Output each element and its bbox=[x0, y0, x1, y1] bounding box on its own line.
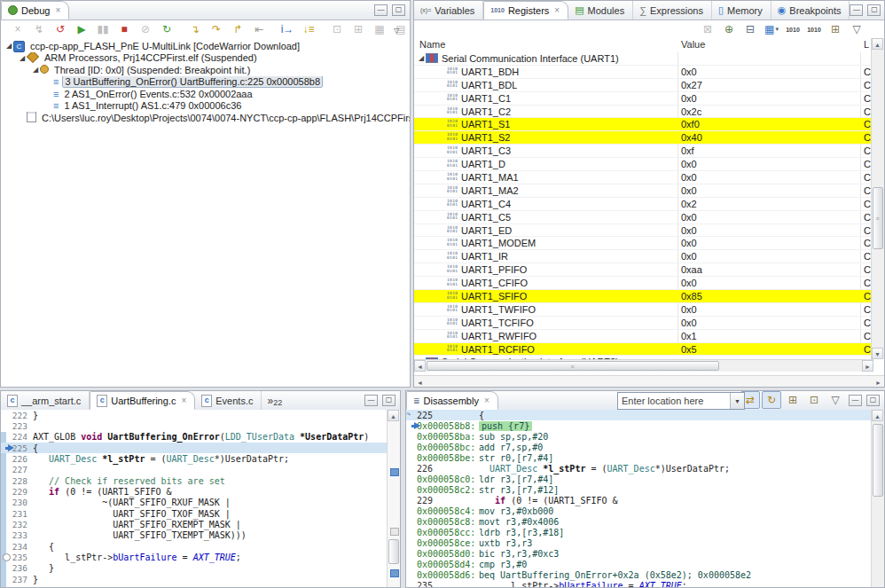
register-row[interactable]: 10100101UART1_MA20x0C bbox=[414, 184, 873, 198]
register-row[interactable]: 10100101UART1_RWFIFO0x1C bbox=[414, 330, 873, 343]
register-row[interactable]: 10100101UART1_TCFIFO0x0C bbox=[414, 317, 873, 330]
disassembly-line[interactable]: 0x000058c4:mov r3,#0xb000 bbox=[406, 506, 872, 516]
restart-button[interactable]: ↻ bbox=[157, 20, 176, 38]
code-line[interactable]: 223 bbox=[1, 420, 388, 431]
view-menu-button[interactable]: ▽ bbox=[847, 20, 866, 38]
annotation-marker[interactable] bbox=[390, 468, 399, 476]
tab-__arm_start-c[interactable]: c__arm_start.c bbox=[1, 391, 90, 410]
collapse-all-button[interactable]: ⊟ bbox=[740, 20, 760, 38]
scroll-left-arrow[interactable]: ◄ bbox=[414, 360, 426, 372]
maximize-button[interactable]: ▢ bbox=[392, 4, 405, 16]
debug-tree-row[interactable]: ◢Cccp-cp-app_FLASH_PnE U-MultiLink [Code… bbox=[1, 40, 410, 52]
column-value[interactable]: Value bbox=[681, 39, 705, 50]
line-number[interactable]: 230 bbox=[1, 498, 33, 507]
register-row[interactable]: 10100101UART1_MODEM0x0C bbox=[414, 237, 873, 250]
format-hex-button[interactable]: 1010 bbox=[804, 20, 824, 38]
debug-tree-row[interactable]: ◢ARM Processors, Prj14CCPFirst.elf (Susp… bbox=[1, 52, 410, 65]
register-row[interactable]: 10100101UART1_BDH0x0C bbox=[414, 66, 873, 79]
line-number[interactable]: 223 bbox=[1, 421, 33, 431]
register-row[interactable]: 10100101UART1_RCFIFO0x5C bbox=[414, 343, 873, 357]
reset-target-button[interactable]: ↺ bbox=[51, 20, 70, 38]
line-number[interactable]: 237 bbox=[1, 575, 33, 584]
scroll-right-arrow[interactable]: ► bbox=[862, 360, 873, 372]
tab-memory[interactable]: ▯Memory bbox=[712, 1, 771, 20]
disassembly-line[interactable]: ↷225{ bbox=[406, 410, 872, 420]
maximize-button[interactable]: ▢ bbox=[382, 395, 396, 406]
debug-tree-row[interactable]: C:\Users\luc.roy\Desktop\Projects\0074\0… bbox=[1, 112, 410, 124]
tab-modules[interactable]: ▤Modules bbox=[568, 1, 633, 20]
register-row[interactable]: 10100101UART1_PFIFO0xaaC bbox=[414, 263, 873, 277]
line-number[interactable]: 228 bbox=[1, 476, 33, 486]
scrollbar-thumb[interactable] bbox=[388, 539, 399, 564]
location-input[interactable]: Enter location here bbox=[618, 396, 730, 406]
tab-debug[interactable]: Debug × bbox=[1, 1, 69, 20]
add-register-group-button[interactable]: ⊕ bbox=[719, 20, 739, 38]
scroll-left-arrow[interactable]: ◄ bbox=[414, 376, 426, 388]
registers-horizontal-scrollbar[interactable]: ◄ ≡ ► bbox=[414, 359, 873, 372]
register-row[interactable]: 10100101UART1_S20x40C bbox=[414, 131, 873, 145]
disassembly-line[interactable]: 0x000058bc:add r7,sp,#0 bbox=[406, 442, 872, 452]
line-number[interactable]: 232 bbox=[1, 520, 33, 529]
register-row[interactable]: 10100101UART1_TWFIFO0x0C bbox=[414, 303, 873, 317]
annotation-marker[interactable] bbox=[390, 528, 399, 536]
scroll-up-arrow[interactable]: ▲ bbox=[388, 410, 399, 421]
horizontal-sash[interactable] bbox=[0, 388, 885, 390]
disassembly-line[interactable]: 229 if (0 != (UART1_SFIFO & bbox=[406, 495, 872, 506]
maximize-button[interactable]: ▢ bbox=[867, 4, 881, 16]
register-row[interactable]: 10100101UART1_SFIFO0x85C bbox=[414, 290, 873, 303]
use-step-filters-button[interactable]: ↓≡ bbox=[299, 20, 318, 38]
chevron-down-icon[interactable]: ▼ bbox=[730, 393, 744, 409]
view-outer-scrollbar[interactable]: ◄ ► bbox=[414, 375, 884, 388]
expand-toggle[interactable]: ◢ bbox=[4, 42, 13, 50]
code-line[interactable]: 232 UART_SFIFO_RXEMPT_MASK | bbox=[1, 519, 388, 529]
disassembly-line[interactable]: 0x000058c0:ldr r3,[r7,#4] bbox=[406, 474, 872, 484]
minimize-button[interactable]: — bbox=[364, 395, 378, 406]
code-line[interactable]: 226 UART_Desc *l_stPtr = (UART_Desc*)Use… bbox=[1, 453, 388, 464]
instruction-stepping-button[interactable]: i→ bbox=[278, 20, 297, 38]
layout-menu-button[interactable]: ▦▾ bbox=[762, 20, 781, 38]
vertical-sash[interactable] bbox=[411, 0, 413, 388]
editor-overview-ruler[interactable]: ▲ bbox=[387, 410, 400, 587]
tab-uartbuffering-c[interactable]: cUartBuffering.c× bbox=[90, 391, 195, 410]
close-icon[interactable]: × bbox=[55, 5, 60, 15]
tab-registers[interactable]: 1010Registers× bbox=[483, 1, 568, 20]
code-line[interactable]: 236 } bbox=[1, 563, 388, 574]
tab-breakpoints[interactable]: ◉Breakpoints bbox=[771, 1, 850, 20]
terminate-button[interactable]: ■ bbox=[114, 20, 134, 38]
register-row[interactable]: 10100101UART1_IR0x0C bbox=[414, 250, 873, 263]
register-row[interactable]: ◢Serial Communication Interface (UART1) bbox=[414, 52, 873, 66]
registers-vertical-scrollbar[interactable]: ▲ ≡ ▼ bbox=[871, 38, 884, 359]
tab-events-c[interactable]: cEvents.c bbox=[195, 391, 262, 410]
debug-tree-row[interactable]: ≡1 AS1_Interrupt() AS1.c:479 0x00006c36 bbox=[1, 100, 410, 113]
scrollbar-thumb[interactable] bbox=[873, 424, 883, 497]
disassembly-line[interactable]: 0x000058c8:movt r3,#0x4006 bbox=[406, 516, 872, 527]
code-line[interactable]: 235 l_stPtr->bUartFailure = AXT_TRUE; bbox=[1, 552, 388, 562]
register-row[interactable]: 10100101UART1_D0x0C bbox=[414, 158, 873, 171]
disassembly-line[interactable]: 0x000058b8:push {r7} bbox=[406, 420, 872, 431]
code-line[interactable]: 238 bbox=[1, 585, 388, 588]
disassembly-line[interactable]: 0x000058d4:cmp r3,#0 bbox=[406, 559, 872, 569]
line-number[interactable]: 233 bbox=[1, 530, 33, 540]
line-number[interactable]: 226 bbox=[1, 454, 33, 464]
code-line[interactable]: 237} bbox=[1, 574, 388, 584]
register-row[interactable]: 10100101UART1_C50x0C bbox=[414, 211, 873, 224]
new-view-button[interactable]: ⊞ bbox=[783, 391, 803, 409]
register-row[interactable]: 10100101UART1_CFIFO0x0C bbox=[414, 277, 873, 290]
register-row[interactable]: 10100101UART1_C10x0C bbox=[414, 92, 873, 106]
code-line[interactable]: 233 UART_SFIFO_TXEMPT_MASK))) bbox=[1, 530, 388, 541]
disassembly-line[interactable]: 0x000058be:str r0,[r7,#4] bbox=[406, 452, 872, 463]
line-number[interactable]: 224 bbox=[1, 432, 33, 442]
register-row[interactable]: 10100101UART1_C20x2cC bbox=[414, 106, 873, 119]
disassembly-line[interactable]: 0x000058ce:uxtb r3,r3 bbox=[406, 537, 872, 548]
code-line[interactable]: 227 bbox=[1, 465, 388, 475]
line-number[interactable]: 229 bbox=[1, 487, 33, 497]
tab-overflow-button[interactable]: »22 bbox=[262, 391, 287, 410]
code-line[interactable]: 230 ~(UART_SFIFO_RXUF_MASK | bbox=[1, 498, 388, 508]
tab-disassembly[interactable]: ≣ Disassembly × bbox=[406, 391, 498, 410]
debug-tree-row[interactable]: ◢Thread [ID: 0x0] (Suspended: Breakpoint… bbox=[1, 64, 410, 76]
close-icon[interactable]: × bbox=[484, 396, 489, 405]
expand-toggle[interactable]: ◢ bbox=[31, 66, 40, 74]
step-into-button[interactable]: ↴ bbox=[185, 20, 205, 38]
tab-variables[interactable]: (x)=Variables bbox=[414, 1, 483, 20]
scrollbar-thumb[interactable]: ≡ bbox=[873, 187, 883, 249]
